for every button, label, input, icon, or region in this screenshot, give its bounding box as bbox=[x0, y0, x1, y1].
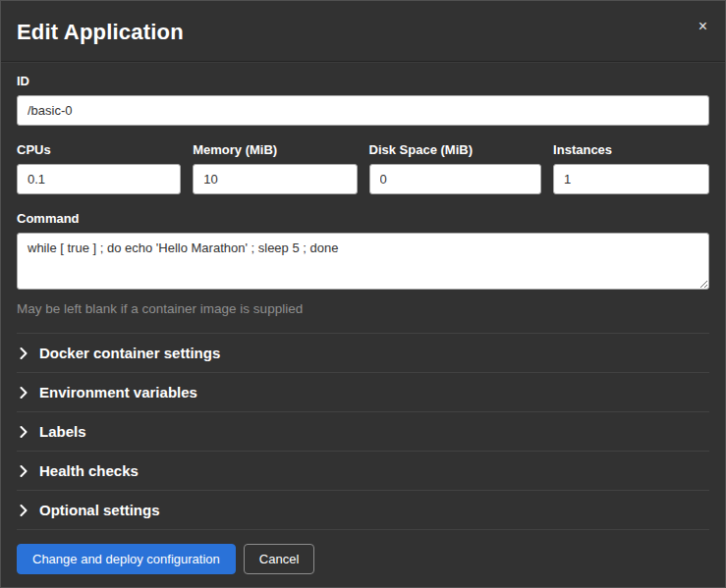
chevron-right-icon bbox=[19, 505, 28, 516]
close-icon[interactable]: × bbox=[695, 17, 711, 36]
instances-field-group: Instances bbox=[553, 142, 709, 194]
section-health-checks[interactable]: Health checks bbox=[17, 452, 709, 491]
disk-field-group: Disk Space (MiB) bbox=[369, 142, 542, 194]
instances-input[interactable] bbox=[553, 164, 709, 194]
chevron-right-icon bbox=[19, 347, 28, 359]
change-and-deploy-button[interactable]: Change and deploy configuration bbox=[17, 544, 236, 574]
command-help-text: May be left blank if a container image i… bbox=[17, 301, 709, 316]
modal-header: Edit Application × bbox=[1, 1, 725, 62]
disk-label: Disk Space (MiB) bbox=[369, 142, 542, 157]
command-textarea[interactable]: while [ true ] ; do echo 'Hello Marathon… bbox=[17, 233, 709, 290]
collapsible-sections: Docker container settings Environment va… bbox=[17, 333, 709, 530]
cancel-button[interactable]: Cancel bbox=[244, 544, 314, 574]
cpus-input[interactable] bbox=[17, 164, 181, 194]
section-label: Environment variables bbox=[39, 384, 197, 401]
cpus-label: CPUs bbox=[17, 142, 181, 157]
page-title: Edit Application bbox=[17, 20, 709, 45]
section-label: Health checks bbox=[39, 462, 139, 479]
id-input[interactable] bbox=[17, 95, 709, 126]
section-label: Optional settings bbox=[39, 502, 160, 518]
command-field-group: Command while [ true ] ; do echo 'Hello … bbox=[17, 211, 709, 316]
cpus-field-group: CPUs bbox=[17, 142, 181, 194]
section-docker-container-settings[interactable]: Docker container settings bbox=[17, 334, 709, 373]
section-optional-settings[interactable]: Optional settings bbox=[17, 491, 709, 530]
chevron-right-icon bbox=[19, 387, 28, 399]
memory-field-group: Memory (MiB) bbox=[193, 142, 357, 194]
chevron-right-icon bbox=[19, 426, 28, 438]
disk-input[interactable] bbox=[369, 164, 542, 194]
section-environment-variables[interactable]: Environment variables bbox=[17, 373, 709, 412]
modal-body: ID CPUs Memory (MiB) Disk Space (MiB) In… bbox=[1, 62, 725, 530]
id-field-group: ID bbox=[17, 74, 709, 126]
instances-label: Instances bbox=[553, 142, 709, 157]
section-label: Docker container settings bbox=[39, 345, 220, 361]
modal-footer: Change and deploy configuration Cancel bbox=[1, 530, 725, 588]
resources-row: CPUs Memory (MiB) Disk Space (MiB) Insta… bbox=[17, 142, 709, 194]
section-label: Labels bbox=[39, 423, 86, 440]
section-labels[interactable]: Labels bbox=[17, 412, 709, 452]
id-label: ID bbox=[17, 74, 709, 88]
memory-input[interactable] bbox=[193, 164, 357, 194]
command-label: Command bbox=[17, 211, 709, 226]
memory-label: Memory (MiB) bbox=[193, 142, 357, 157]
chevron-right-icon bbox=[19, 465, 28, 477]
edit-application-modal: Edit Application × ID CPUs Memory (MiB) … bbox=[0, 0, 726, 588]
